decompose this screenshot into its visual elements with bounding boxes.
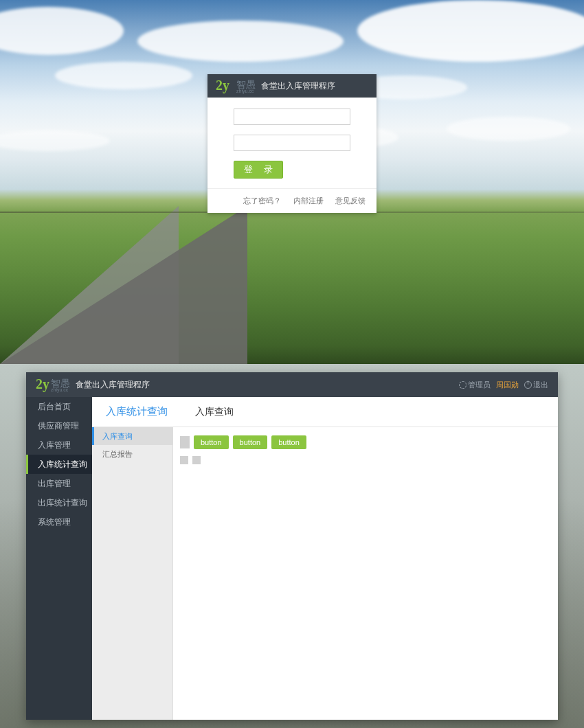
login-button[interactable]: 登 录 [234,161,283,179]
road-deco [0,206,247,364]
action-button-3[interactable]: button [271,435,306,449]
logo-2y: 2y [36,376,49,391]
cloud-deco [357,0,584,62]
admin-window: 2y 智愚 zhiyu.cc 食堂出入库管理程序 管理员 周国勋 退出 后台首页… [26,372,558,720]
sidebar-item-supplier[interactable]: 供应商管理 [26,416,92,435]
logo-brand-pinyin: zhiyu.cc [236,89,256,93]
breadcrumb-sub: 入库查询 [195,406,234,418]
password-input[interactable] [234,135,350,151]
sidebar-item-home[interactable]: 后台首页 [26,397,92,416]
workspace: 入库统计查询 入库查询 入库查询 汇总报告 button button butt… [92,397,558,720]
sidebar: 后台首页 供应商管理 入库管理 入库统计查询 出库管理 出库统计查询 系统管理 [26,397,92,720]
sidebar-item-outbound-stats[interactable]: 出库统计查询 [26,493,92,512]
login-body: 登 录 [207,98,377,188]
login-hero: 2y 智愚 zhiyu.cc 食堂出入库管理程序 登 录 忘了密码？ 内部注册 … [0,0,584,364]
placeholder-chip [180,456,188,464]
app-title: 食堂出入库管理程序 [261,80,335,92]
current-user: 周国勋 [496,380,519,390]
forgot-password-link[interactable]: 忘了密码？ [243,196,281,205]
cloud-deco [137,21,344,62]
cloud-deco [447,117,570,141]
login-footer: 忘了密码？ 内部注册 意见反馈 [207,188,377,213]
admin-body: 后台首页 供应商管理 入库管理 入库统计查询 出库管理 出库统计查询 系统管理 … [26,397,558,720]
logo-brand-wrap: 智愚 zhiyu.cc [235,79,256,93]
placeholder-row [180,456,551,464]
cloud-deco [55,62,192,89]
logo-mark: 2y [36,378,49,391]
feedback-link[interactable]: 意见反馈 [335,196,366,205]
action-button-2[interactable]: button [233,435,268,449]
logout-link[interactable]: 退出 [524,380,548,390]
logo-brand-wrap: 智愚 zhiyu.cc [49,378,70,392]
cloud-deco [0,130,110,151]
logo-mark: 2y [216,80,229,93]
subnav-item-inbound-query[interactable]: 入库查询 [92,427,172,445]
login-panel: 2y 智愚 zhiyu.cc 食堂出入库管理程序 登 录 忘了密码？ 内部注册 … [207,74,377,213]
placeholder-chip [192,456,201,464]
subnav: 入库查询 汇总报告 [92,427,173,720]
logo-2y: 2y [216,78,229,93]
breadcrumb-main: 入库统计查询 [106,405,168,418]
workspace-body: 入库查询 汇总报告 button button button [92,427,558,720]
content-canvas: button button button [173,427,558,720]
sidebar-item-outbound[interactable]: 出库管理 [26,474,92,493]
sidebar-item-system[interactable]: 系统管理 [26,512,92,532]
app-title: 食堂出入库管理程序 [76,379,150,391]
username-input[interactable] [234,109,350,125]
logo-brand-pinyin: zhiyu.cc [51,387,70,392]
register-link[interactable]: 内部注册 [293,196,324,205]
login-header: 2y 智愚 zhiyu.cc 食堂出入库管理程序 [207,74,377,98]
subnav-item-summary-report[interactable]: 汇总报告 [92,445,172,463]
toolbar-row: button button button [180,435,551,449]
cloud-deco [0,7,124,55]
gear-icon [459,381,467,389]
placeholder-chip [180,436,190,448]
power-icon [524,381,532,389]
sidebar-item-inbound[interactable]: 入库管理 [26,435,92,455]
sidebar-item-inbound-stats[interactable]: 入库统计查询 [26,455,92,474]
admin-link[interactable]: 管理员 [459,380,491,390]
breadcrumb: 入库统计查询 入库查询 [92,397,558,427]
admin-backdrop: 2y 智愚 zhiyu.cc 食堂出入库管理程序 管理员 周国勋 退出 后台首页… [0,364,584,728]
action-button-1[interactable]: button [194,435,229,449]
admin-header: 2y 智愚 zhiyu.cc 食堂出入库管理程序 管理员 周国勋 退出 [26,372,558,397]
